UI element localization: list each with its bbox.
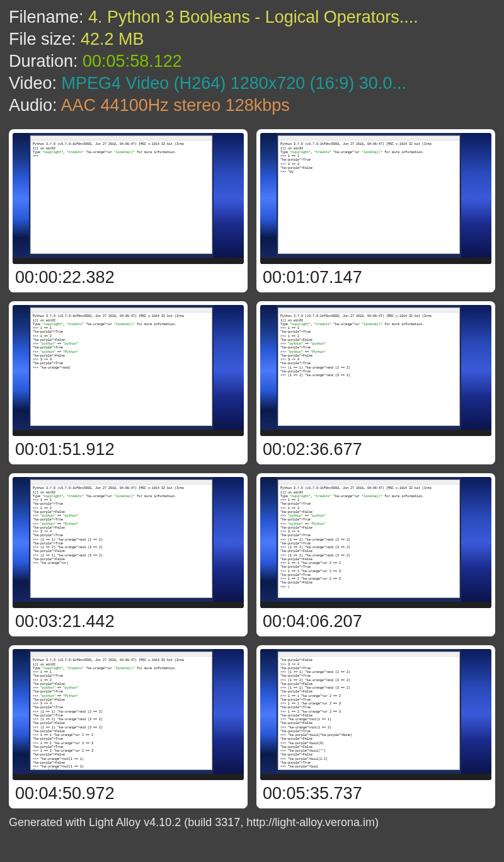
thumbnail-timestamp: 00:00:22.382 (9, 264, 248, 292)
thumbnail-image: Python 3.7.0 (v3.7.0:1bf9cc5093, Jun 27 … (13, 477, 244, 608)
thumbnail-timestamp: 00:05:35.737 (256, 780, 495, 808)
thumbnail-image: Python 3.7.0 (v3.7.0:1bf9cc5093, Jun 27 … (13, 305, 244, 436)
python-shell-window: "kw-purple">False >>> 3 <= 4 "kw-purple"… (278, 652, 460, 770)
audio-label: Audio: (9, 96, 61, 115)
windows-taskbar (260, 258, 491, 264)
filesize-label: File size: (9, 30, 81, 49)
thumbnail-card[interactable]: Python 3.7.0 (v3.7.0:1bf9cc5093, Jun 27 … (256, 473, 495, 636)
windows-taskbar (13, 258, 244, 264)
thumbnail-timestamp: 00:04:06.207 (256, 608, 495, 636)
filesize-value: 42.2 MB (81, 30, 144, 49)
windows-taskbar (13, 602, 244, 608)
thumbnail-image: Python 3.7.0 (v3.7.0:1bf9cc5093, Jun 27 … (260, 133, 491, 264)
duration-label: Duration: (9, 52, 83, 71)
video-row: Video: MPEG4 Video (H264) 1280x720 (16:9… (9, 72, 495, 95)
windows-taskbar (13, 430, 244, 436)
windows-taskbar (260, 430, 491, 436)
thumbnail-card[interactable]: Python 3.7.0 (v3.7.0:1bf9cc5093, Jun 27 … (256, 129, 495, 292)
python-shell-window: Python 3.7.0 (v3.7.0:1bf9cc5093, Jun 27 … (278, 135, 460, 254)
python-shell-window: Python 3.7.0 (v3.7.0:1bf9cc5093, Jun 27 … (30, 307, 212, 426)
python-shell-window: Python 3.7.0 (v3.7.0:1bf9cc5093, Jun 27 … (30, 480, 212, 598)
thumbnail-card[interactable]: Python 3.7.0 (v3.7.0:1bf9cc5093, Jun 27 … (9, 645, 248, 808)
thumbnail-image: Python 3.7.0 (v3.7.0:1bf9cc5093, Jun 27 … (13, 133, 244, 264)
python-shell-window: Python 3.7.0 (v3.7.0:1bf9cc5093, Jun 27 … (30, 135, 212, 254)
python-shell-window: Python 3.7.0 (v3.7.0:1bf9cc5093, Jun 27 … (278, 480, 460, 598)
thumbnail-timestamp: 00:02:36.677 (256, 436, 495, 464)
thumbnail-card[interactable]: Python 3.7.0 (v3.7.0:1bf9cc5093, Jun 27 … (9, 473, 248, 636)
thumbnail-card[interactable]: "kw-purple">False >>> 3 <= 4 "kw-purple"… (256, 645, 495, 808)
filename-value: 4. Python 3 Booleans - Logical Operators… (88, 8, 418, 26)
windows-taskbar (13, 774, 244, 780)
duration-row: Duration: 00:05:58.122 (9, 50, 495, 72)
footer-text: Generated with Light Alloy v4.10.2 (buil… (0, 812, 504, 833)
python-shell-window: Python 3.7.0 (v3.7.0:1bf9cc5093, Jun 27 … (30, 652, 212, 770)
thumbnail-card[interactable]: Python 3.7.0 (v3.7.0:1bf9cc5093, Jun 27 … (256, 301, 495, 464)
filesize-row: File size: 42.2 MB (9, 28, 495, 50)
metadata-block: Filename: 4. Python 3 Booleans - Logical… (0, 0, 504, 120)
thumbnail-timestamp: 00:03:21.442 (9, 608, 248, 636)
filename-label: Filename: (9, 8, 88, 26)
thumbnail-grid: Python 3.7.0 (v3.7.0:1bf9cc5093, Jun 27 … (0, 120, 504, 812)
thumbnail-image: Python 3.7.0 (v3.7.0:1bf9cc5093, Jun 27 … (13, 649, 244, 780)
python-shell-window: Python 3.7.0 (v3.7.0:1bf9cc5093, Jun 27 … (278, 307, 460, 426)
windows-taskbar (260, 774, 491, 780)
thumbnail-card[interactable]: Python 3.7.0 (v3.7.0:1bf9cc5093, Jun 27 … (9, 129, 248, 292)
filename-row: Filename: 4. Python 3 Booleans - Logical… (9, 6, 495, 28)
audio-value: AAC 44100Hz stereo 128kbps (61, 96, 290, 115)
video-label: Video: (9, 74, 62, 93)
duration-value: 00:05:58.122 (83, 52, 182, 71)
video-value: MPEG4 Video (H264) 1280x720 (16:9) 30.0.… (62, 74, 406, 93)
thumbnail-image: Python 3.7.0 (v3.7.0:1bf9cc5093, Jun 27 … (260, 477, 491, 608)
thumbnail-image: Python 3.7.0 (v3.7.0:1bf9cc5093, Jun 27 … (260, 305, 491, 436)
thumbnail-timestamp: 00:04:50.972 (9, 780, 248, 808)
thumbnail-image: "kw-purple">False >>> 3 <= 4 "kw-purple"… (260, 649, 491, 780)
windows-taskbar (260, 602, 491, 608)
audio-row: Audio: AAC 44100Hz stereo 128kbps (9, 95, 495, 117)
thumbnail-timestamp: 00:01:07.147 (256, 264, 495, 292)
thumbnail-card[interactable]: Python 3.7.0 (v3.7.0:1bf9cc5093, Jun 27 … (9, 301, 248, 464)
thumbnail-timestamp: 00:01:51.912 (9, 436, 248, 464)
